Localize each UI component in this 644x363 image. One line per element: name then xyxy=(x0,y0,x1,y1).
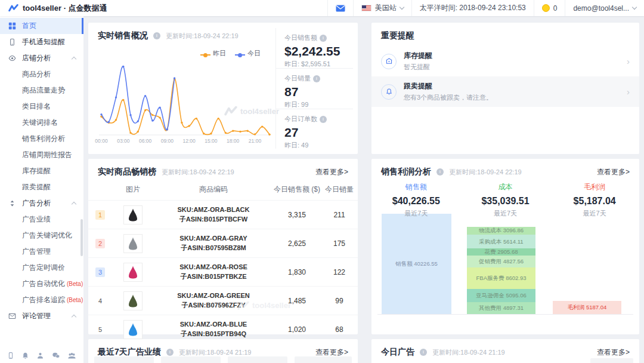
sidebar-item-store-periodic-report[interactable]: 店铺周期性报告 xyxy=(0,147,83,163)
table-row[interactable]: 4 SKU:AMZ-ORA-GREEN子ASIN:B07596ZFZY 1,48… xyxy=(88,286,358,315)
timezone-clock: 太平洋时间: 2018-09-24 23:10:53 xyxy=(411,0,534,16)
sidebar-item-ad-scheduled-bidding[interactable]: 广告定时调价 xyxy=(0,260,83,276)
chevron-up-icon xyxy=(72,57,76,61)
alert-desc: 您有3个商品被跟卖，请注意。 xyxy=(404,93,493,102)
product-image xyxy=(123,263,143,282)
info-icon[interactable]: i xyxy=(320,116,327,123)
marketplace-selector[interactable]: 美国站 xyxy=(353,0,411,16)
cost-segment: FBA服务费 8602.93 xyxy=(467,267,535,289)
card-title: 实时商品畅销榜 xyxy=(98,167,156,177)
eye-icon xyxy=(8,54,17,63)
product-image xyxy=(123,205,143,224)
sidebar-item-profit-analysis[interactable]: 销售利润分析 xyxy=(0,131,83,147)
svg-text:12:00: 12:00 xyxy=(182,138,196,144)
info-icon[interactable]: i xyxy=(320,35,327,42)
alert-desc: 暂无提醒 xyxy=(404,63,432,72)
product-asin: 子ASIN:B07595BZ8M xyxy=(154,244,273,253)
svg-text:00:00: 00:00 xyxy=(95,138,108,144)
loading-placeholder xyxy=(94,356,154,363)
alert-row-hijack[interactable]: 跟卖提醒 您有3个商品被跟卖，请注意。 › xyxy=(371,76,639,107)
info-icon[interactable]: i xyxy=(313,75,320,82)
card-bestsellers: 实时商品畅销榜 更新时间:18-09-24 22:19 查看更多> 图片 商品编… xyxy=(88,159,358,334)
user-icon[interactable] xyxy=(36,352,44,359)
stat-label[interactable]: 成本 xyxy=(461,182,550,192)
sidebar-item-product-traffic-trend[interactable]: 商品流量走势 xyxy=(0,82,83,99)
rank-badge: 2 xyxy=(95,239,105,248)
stat-value: 87 xyxy=(284,85,353,99)
today-sales-value: 2,625 xyxy=(273,239,321,248)
sidebar-footer-icons xyxy=(0,347,83,363)
rank-badge: 3 xyxy=(95,267,105,277)
messages-button[interactable] xyxy=(327,0,353,16)
stat-range: 最近7天 xyxy=(371,209,461,218)
svg-text:18:00: 18:00 xyxy=(227,138,240,144)
topbar-right: 美国站 太平洋时间: 2018-09-24 23:10:53 0 demo@to… xyxy=(327,0,644,16)
view-more-link[interactable]: 查看更多> xyxy=(315,167,348,177)
sidebar-item-ad-management[interactable]: 广告管理 xyxy=(0,244,83,260)
info-icon[interactable]: i xyxy=(153,32,160,39)
sidebar-item-ad-keyword-optimization[interactable]: 广告关键词优化 xyxy=(0,227,83,244)
svg-text:09:00: 09:00 xyxy=(161,138,174,144)
stat-label[interactable]: 毛利润 xyxy=(550,182,639,192)
sidebar-group-review-management[interactable]: 评论管理 xyxy=(0,308,83,324)
stat-value: $5,187.04 xyxy=(550,196,639,207)
main-content: 实时销售概况 i 更新时间:18-09-24 22:19 昨日 今日 00:00… xyxy=(83,16,644,363)
stat-sales: 销售额 $40,226.55 最近7天 xyxy=(371,182,461,218)
card-profit-analysis: 销售利润分析 i 更新时间:18-09-24 22:19 查看更多> 销售额 $… xyxy=(371,159,639,334)
table-row[interactable]: 1 SKU:AMZ-ORA-BLACK子ASIN:B015PTBCFW 3,31… xyxy=(88,200,358,229)
sidebar-item-mobile-notifications[interactable]: 手机通知提醒 xyxy=(0,34,83,50)
sidebar-group-ad-analysis[interactable]: 广告分析 xyxy=(0,195,83,211)
profit-bar: 销售额 40226.55 xyxy=(382,214,451,314)
chat-icon[interactable] xyxy=(52,352,60,359)
updated-time: 更新时间:18-09-24 21:19 xyxy=(432,348,505,357)
info-icon[interactable]: i xyxy=(166,349,174,356)
team-icon[interactable] xyxy=(67,352,76,359)
sidebar-item-product-analysis[interactable]: 商品分析 xyxy=(0,66,83,82)
updated-time: 更新时间:18-09-24 21:19 xyxy=(179,348,252,357)
sidebar-item-inventory-alert[interactable]: 库存提醒 xyxy=(0,163,83,179)
brand-logo[interactable]: tool4seller · 点金数据通 xyxy=(0,3,107,14)
cost-segment: 促销费用 4827.56 xyxy=(467,256,535,267)
legend-today[interactable]: 今日 xyxy=(235,49,261,58)
legend-yesterday[interactable]: 昨日 xyxy=(200,49,226,58)
today-sales-value: 1,485 xyxy=(273,297,321,305)
loading-placeholder xyxy=(161,356,221,363)
table-row[interactable]: 2 SKU:AMZ-ORA-GRAY子ASIN:B07595BZ8M 2,625… xyxy=(88,229,358,257)
sidebar-item-ad-rank-tracking[interactable]: 广告排名追踪(Beta) xyxy=(0,292,83,308)
logo-wave-icon xyxy=(8,4,18,12)
stat-today-orders: 今日订单数i 27 昨日: 49 xyxy=(276,109,353,149)
chevron-down-icon xyxy=(632,5,637,10)
sidebar-item-home[interactable]: 首页 xyxy=(0,18,83,34)
table-header: 图片 商品编码 今日销售额 ($) 今日销量 xyxy=(88,177,358,200)
sidebar-scrollbar[interactable] xyxy=(80,219,83,256)
sidebar-item-keyword-rank[interactable]: 关键词排名 xyxy=(0,115,83,131)
view-more-link[interactable]: 查看更多> xyxy=(597,347,630,358)
product-asin: 子ASIN:B015PTB94Q xyxy=(154,330,273,339)
sidebar-item-hijack-alert[interactable]: 跟卖提醒 xyxy=(0,179,83,195)
sidebar-group-store-analysis[interactable]: 店铺分析 xyxy=(0,50,83,66)
alert-title: 库存提醒 xyxy=(404,51,432,61)
sidebar-item-ad-auto-optimization[interactable]: 广告自动优化(Beta) xyxy=(0,276,83,292)
bell-icon[interactable] xyxy=(21,352,29,359)
table-row[interactable]: 3 SKU:AMZ-ORA-ROSE子ASIN:B015PTBKZE 1,830… xyxy=(88,257,358,286)
stat-range: 最近7天 xyxy=(461,209,550,218)
coin-balance[interactable]: 0 xyxy=(534,0,565,16)
chevron-down-icon xyxy=(399,5,404,10)
chevron-right-icon: › xyxy=(627,87,630,96)
stat-range: 最近7天 xyxy=(550,209,639,218)
updated-time: 更新时间:18-09-24 22:19 xyxy=(166,32,239,41)
sidebar-group-label: 广告分析 xyxy=(22,198,51,208)
info-icon[interactable]: i xyxy=(420,349,427,356)
cost-segment: 花费 2905.68 xyxy=(467,248,535,256)
svg-text:03:00: 03:00 xyxy=(117,138,130,144)
sidebar-item-category-rank[interactable]: 类目排名 xyxy=(0,99,83,115)
alert-row-inventory[interactable]: 库存提醒 暂无提醒 › xyxy=(371,46,639,76)
cost-segment: 物流成本 3096.86 xyxy=(467,227,535,235)
rank-badge: 1 xyxy=(95,210,105,220)
stat-label[interactable]: 销售额 xyxy=(371,182,461,192)
phone-icon[interactable] xyxy=(7,352,14,359)
sidebar-item-ad-performance[interactable]: 广告业绩 xyxy=(0,211,83,227)
view-more-link[interactable]: 查看更多> xyxy=(315,347,348,358)
account-menu[interactable]: demo@tool4sel... xyxy=(565,0,644,16)
topbar: tool4seller · 点金数据通 美国站 太平洋时间: 2018-09-2… xyxy=(0,0,644,16)
